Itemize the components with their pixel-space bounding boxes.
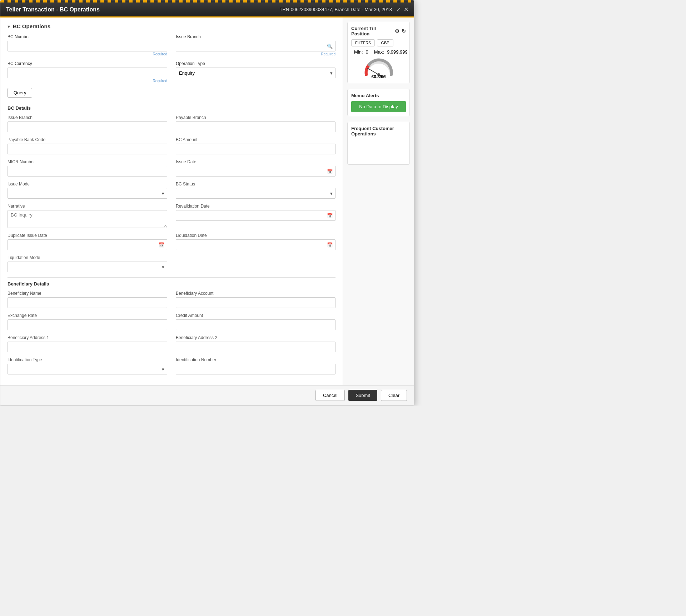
gauge-svg: [363, 57, 395, 76]
filters-button[interactable]: FILTERS: [351, 39, 375, 46]
operation-type-group: Operation Type Enquiry: [176, 61, 335, 83]
bc-status-group: BC Status: [176, 182, 335, 199]
bc-status-select-wrapper: [176, 188, 335, 199]
frequent-customer-panel: Frequent Customer Operations: [347, 122, 410, 165]
liquidation-mode-select-wrapper: [8, 262, 167, 272]
beneficiary-account-input[interactable]: [176, 297, 335, 308]
min-label: Min:: [354, 49, 363, 55]
refresh-icon[interactable]: ↻: [402, 28, 406, 34]
beneficiary-address2-input[interactable]: [176, 342, 335, 352]
bc-currency-input[interactable]: [8, 68, 167, 78]
calendar-icon[interactable]: 📅: [327, 169, 333, 174]
submit-button[interactable]: Submit: [348, 390, 377, 401]
payable-branch-input[interactable]: [176, 121, 335, 132]
issue-mode-group: Issue Mode: [8, 182, 167, 199]
narrative-textarea[interactable]: [8, 210, 167, 228]
bc-currency-group: BC Currency Required: [8, 61, 167, 83]
beneficiary-name-input[interactable]: [8, 297, 167, 308]
liquidation-calendar-icon[interactable]: 📅: [327, 242, 333, 248]
till-filters: FILTERS GBP: [351, 39, 406, 46]
search-icon[interactable]: 🔍: [327, 44, 333, 49]
bc-amount-input[interactable]: [176, 144, 335, 154]
filter-icon[interactable]: ⚙: [395, 28, 399, 34]
expand-icon[interactable]: ⤢: [396, 6, 401, 13]
issue-date-group: Issue Date 📅: [176, 159, 335, 177]
exchange-rate-input[interactable]: [8, 319, 167, 330]
liquidation-date-group: Liquidation Date 📅: [176, 233, 335, 250]
issue-mode-select-wrapper: [8, 188, 167, 199]
revalidation-calendar-icon[interactable]: 📅: [327, 213, 333, 218]
operation-type-label: Operation Type: [176, 61, 335, 66]
memo-alerts-panel: Memo Alerts No Data to Display: [347, 89, 410, 116]
beneficiary-account-label: Beneficiary Account: [176, 291, 335, 296]
issue-mode-label: Issue Mode: [8, 182, 167, 187]
bc-details-row4: Issue Mode BC Status: [8, 182, 335, 199]
identification-type-group: Identification Type: [8, 357, 167, 374]
section-header: ▾ BC Operations: [8, 23, 335, 29]
revalidation-date-label: Revalidation Date: [176, 204, 335, 209]
liquidation-date-label: Liquidation Date: [176, 233, 335, 238]
footer: Cancel Submit Clear: [0, 385, 414, 405]
identification-number-input[interactable]: [176, 364, 335, 374]
title-bar-right: TRN-0062308900034477, Branch Date - Mar …: [280, 6, 408, 13]
exchange-rate-group: Exchange Rate: [8, 313, 167, 330]
modal-title: Teller Transaction - BC Operations: [6, 6, 100, 13]
query-button[interactable]: Query: [8, 88, 32, 98]
collapse-icon[interactable]: ▾: [8, 24, 10, 29]
bc-status-select[interactable]: [176, 188, 335, 199]
clear-button[interactable]: Clear: [381, 390, 407, 401]
modal-container: Teller Transaction - BC Operations TRN-0…: [0, 0, 414, 406]
duplicate-calendar-icon[interactable]: 📅: [159, 242, 164, 248]
no-data-button: No Data to Display: [351, 101, 406, 112]
issue-date-wrapper: 📅: [176, 166, 335, 177]
content-area: ▾ BC Operations BC Number Required Issue…: [0, 18, 414, 385]
bc-details-row2: Payable Bank Code BC Amount: [8, 137, 335, 154]
bc-status-label: BC Status: [176, 182, 335, 187]
payable-branch-group: Payable Branch: [176, 115, 335, 132]
bc-amount-group: BC Amount: [176, 137, 335, 154]
bc-details-row5: Narrative Revalidation Date 📅: [8, 204, 335, 228]
issue-branch-label: Issue Branch: [176, 34, 335, 39]
beneficiary-address1-group: Beneficiary Address 1: [8, 335, 167, 352]
identification-type-select[interactable]: [8, 364, 167, 374]
liquidation-mode-select[interactable]: [8, 262, 167, 272]
identification-type-label: Identification Type: [8, 357, 167, 362]
bc-number-input[interactable]: [8, 41, 167, 51]
bc-amount-label: BC Amount: [176, 137, 335, 142]
max-label: Max:: [374, 49, 384, 55]
issue-mode-select[interactable]: [8, 188, 167, 199]
cancel-button[interactable]: Cancel: [315, 390, 345, 401]
memo-alerts-title: Memo Alerts: [351, 93, 406, 98]
bc-issue-branch-input[interactable]: [8, 121, 167, 132]
issue-branch-group: Issue Branch 🔍 Required: [176, 34, 335, 56]
currency-button[interactable]: GBP: [377, 39, 393, 46]
issue-date-input[interactable]: [176, 166, 335, 177]
beneficiary-address1-input[interactable]: [8, 342, 167, 352]
credit-amount-label: Credit Amount: [176, 313, 335, 318]
close-icon[interactable]: ✕: [404, 6, 408, 13]
micr-number-input[interactable]: [8, 166, 167, 177]
credit-amount-group: Credit Amount: [176, 313, 335, 330]
issue-branch-input[interactable]: [176, 41, 335, 51]
bc-number-label: BC Number: [8, 34, 167, 39]
operation-type-select[interactable]: Enquiry: [176, 68, 335, 78]
payable-bank-code-group: Payable Bank Code: [8, 137, 167, 154]
duplicate-issue-date-input[interactable]: [8, 239, 167, 250]
duplicate-issue-date-group: Duplicate Issue Date 📅: [8, 233, 167, 250]
bc-details-row3: MICR Number Issue Date 📅: [8, 159, 335, 177]
max-value: 9,999,999: [387, 49, 408, 55]
identification-number-group: Identification Number: [176, 357, 335, 374]
ben-row3: Beneficiary Address 1 Beneficiary Addres…: [8, 335, 335, 352]
payable-bank-code-input[interactable]: [8, 144, 167, 154]
bc-issue-branch-label: Issue Branch: [8, 115, 167, 120]
issue-date-label: Issue Date: [176, 159, 335, 164]
top-fields-row: BC Number Required Issue Branch 🔍 Requir…: [8, 34, 335, 56]
till-position-panel: Current Till Position ⚙ ↻ FILTERS GBP Mi…: [347, 22, 410, 83]
credit-amount-input[interactable]: [176, 319, 335, 330]
liquidation-date-input[interactable]: [176, 239, 335, 250]
bc-details-row6: Duplicate Issue Date 📅 Liquidation Date …: [8, 233, 335, 250]
bc-issue-branch-group: Issue Branch: [8, 115, 167, 132]
main-form: ▾ BC Operations BC Number Required Issue…: [0, 18, 343, 385]
revalidation-date-input[interactable]: [176, 210, 335, 221]
gauge-value: £0.89M: [371, 74, 386, 79]
